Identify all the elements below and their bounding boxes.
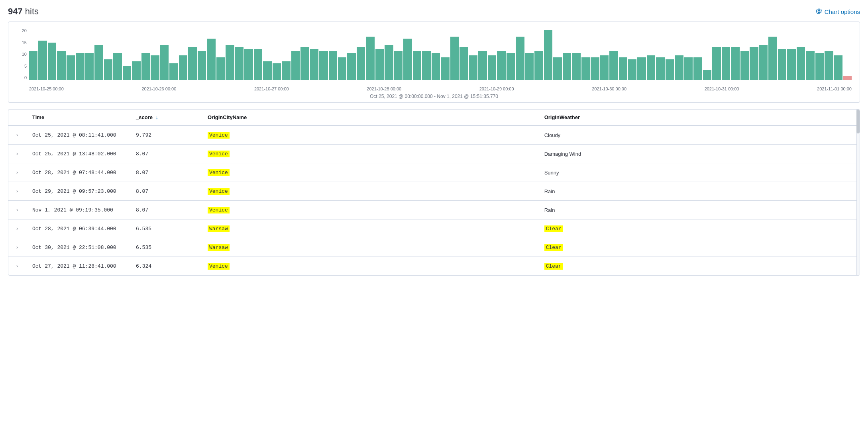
hits-count: 947 hits (8, 6, 39, 17)
city-highlight: Venice (208, 207, 230, 214)
city-highlight: Warsaw (208, 225, 230, 232)
bar-50 (497, 51, 505, 80)
bar-78 (759, 45, 768, 80)
cell-city: Venice (201, 125, 538, 145)
table-row: ›Oct 30, 2021 @ 22:51:08.0006.535WarsawC… (8, 238, 860, 257)
bar-33 (338, 57, 346, 80)
bar-76 (740, 51, 749, 80)
scrollbar-thumb[interactable] (856, 110, 860, 133)
expand-row-button[interactable]: › (15, 131, 20, 139)
bar-26 (273, 63, 281, 80)
table-row: ›Nov 1, 2021 @ 09:19:35.0008.07VeniceRai… (8, 201, 860, 219)
bar-83 (806, 51, 814, 80)
col-header-score[interactable]: _score ↓ (130, 110, 201, 125)
expand-row-button[interactable]: › (15, 150, 20, 157)
y-label-10: 10 (22, 52, 27, 57)
bar-65 (637, 57, 646, 80)
bar-25 (263, 61, 271, 80)
bar-68 (666, 59, 674, 80)
scrollbar-track[interactable] (856, 110, 860, 275)
bar-29 (300, 47, 309, 80)
bar-51 (507, 53, 515, 80)
bar-9 (113, 53, 122, 80)
bar-34 (347, 53, 355, 80)
cell-weather: Rain (538, 182, 860, 201)
cell-time: Oct 25, 2021 @ 13:48:02.000 (26, 145, 130, 163)
bar-69 (675, 55, 683, 80)
expand-row-button[interactable]: › (15, 169, 20, 176)
expand-row-button[interactable]: › (15, 206, 20, 214)
hits-label: hits (23, 6, 39, 16)
x-label-2: 2021-10-27 00:00 (254, 86, 289, 91)
bar-57 (563, 53, 571, 80)
y-label-0: 0 (24, 75, 27, 80)
x-label-0: 2021-10-25 00:00 (29, 86, 64, 91)
city-highlight: Venice (208, 132, 230, 139)
bar-43 (432, 53, 440, 80)
bar-6 (85, 53, 94, 80)
bar-59 (581, 57, 590, 80)
table-row: ›Oct 27, 2021 @ 11:28:41.0006.324VeniceC… (8, 257, 860, 276)
gear-icon (816, 8, 822, 15)
bar-45 (450, 37, 459, 80)
bar-15 (169, 63, 178, 80)
x-axis: 2021-10-25 00:00 2021-10-26 00:00 2021-1… (29, 81, 852, 92)
cell-weather: Damaging Wind (538, 145, 860, 163)
x-label-1: 2021-10-26 00:00 (141, 86, 176, 91)
col-header-expand (8, 110, 26, 125)
bar-38 (385, 45, 393, 80)
bar-13 (151, 55, 159, 80)
chart-subtitle: Oct 25, 2021 @ 00:00:00.000 - Nov 1, 202… (16, 94, 852, 99)
bar-87 (843, 76, 852, 80)
bar-8 (104, 59, 112, 80)
bar-16 (179, 55, 187, 80)
col-header-city: OriginCityName (201, 110, 538, 125)
bar-14 (160, 45, 169, 80)
bar-39 (394, 51, 403, 80)
bar-67 (656, 57, 664, 80)
cell-score: 6.324 (130, 257, 201, 276)
x-label-3: 2021-10-28 00:00 (367, 86, 401, 91)
sort-desc-icon: ↓ (156, 114, 159, 120)
cell-city: Warsaw (201, 219, 538, 238)
cell-time: Oct 28, 2021 @ 07:48:44.000 (26, 163, 130, 182)
bar-84 (815, 53, 824, 80)
bar-35 (357, 47, 365, 80)
bar-21 (226, 45, 234, 80)
y-axis: 20 15 10 5 0 (16, 28, 28, 80)
bar-52 (516, 37, 524, 80)
cell-score: 8.07 (130, 163, 201, 182)
bar-54 (534, 51, 543, 80)
bar-18 (198, 51, 206, 80)
chart-options-label: Chart options (825, 8, 860, 15)
expand-row-button[interactable]: › (15, 225, 20, 232)
bar-82 (797, 47, 805, 80)
bar-72 (703, 70, 711, 80)
table-row: ›Oct 25, 2021 @ 13:48:02.0008.07VeniceDa… (8, 145, 860, 163)
cell-weather: Cloudy (538, 125, 860, 145)
bar-5 (76, 53, 84, 80)
expand-row-button[interactable]: › (15, 244, 20, 251)
bar-17 (188, 47, 196, 80)
cell-weather: Rain (538, 201, 860, 219)
bar-80 (778, 49, 786, 80)
bar-86 (834, 55, 842, 80)
bar-24 (254, 49, 262, 80)
cell-time: Oct 25, 2021 @ 08:11:41.000 (26, 125, 130, 145)
bar-60 (591, 57, 599, 80)
chart-wrapper: 20 15 10 5 0 2021-10-25 00:00 2021-10-26… (16, 28, 852, 92)
bar-11 (132, 61, 140, 80)
x-label-6: 2021-10-31 00:00 (705, 86, 739, 91)
cell-time: Nov 1, 2021 @ 09:19:35.000 (26, 201, 130, 219)
cell-time: Oct 27, 2021 @ 11:28:41.000 (26, 257, 130, 276)
bar-62 (609, 51, 618, 80)
bar-22 (235, 47, 244, 80)
expand-row-button[interactable]: › (15, 188, 20, 195)
bar-46 (460, 47, 468, 80)
cell-city: Venice (201, 257, 538, 276)
expand-row-button[interactable]: › (15, 262, 20, 270)
bar-61 (600, 55, 609, 80)
chart-area: 20 15 10 5 0 2021-10-25 00:00 2021-10-26… (8, 22, 860, 103)
chart-options-button[interactable]: Chart options (816, 8, 860, 15)
city-highlight: Venice (208, 263, 230, 270)
